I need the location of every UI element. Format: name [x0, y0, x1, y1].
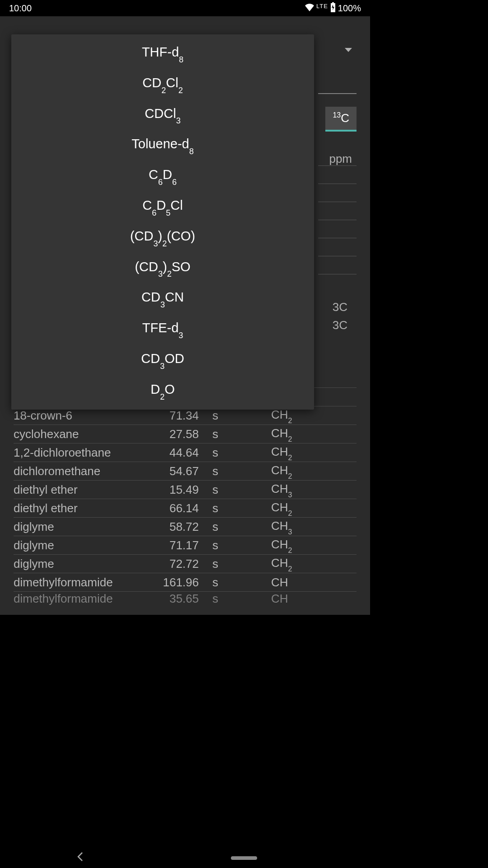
solvent-option[interactable]: Toluene-d8 — [11, 130, 314, 160]
solvent-option[interactable]: C6D5Cl — [11, 191, 314, 222]
table-row[interactable]: dichloromethane54.67sCH2 — [14, 462, 357, 480]
svg-rect-1 — [332, 2, 334, 3]
multiplicity: s — [212, 557, 271, 571]
table-row[interactable]: dimethylformamide161.96sCH — [14, 573, 357, 591]
compound-name: 1,2-dichloroethane — [14, 446, 158, 460]
table-row[interactable]: diglyme71.17sCH2 — [14, 536, 357, 554]
wifi-icon — [305, 3, 314, 14]
multiplicity: s — [212, 483, 271, 497]
group: CH — [271, 576, 357, 590]
bg-row-lines — [318, 165, 357, 292]
divider — [318, 93, 357, 94]
tab-label: C — [341, 111, 349, 125]
compound-name: cyclohexane — [14, 427, 158, 441]
ppm-value: 71.34 — [158, 409, 212, 423]
compound-name: dimethylformamide — [14, 576, 158, 590]
table-row[interactable]: diglyme72.72sCH2 — [14, 554, 357, 573]
multiplicity: s — [212, 538, 271, 552]
multiplicity: s — [212, 520, 271, 534]
group: CH2 — [271, 556, 357, 571]
multiplicity: s — [212, 576, 271, 590]
solvent-dropdown[interactable]: THF-d8CD2Cl2CDCl3Toluene-d8C6D6C6D5Cl(CD… — [11, 34, 314, 410]
chevron-down-icon[interactable] — [345, 48, 352, 52]
solvent-option[interactable]: D2O — [11, 375, 314, 406]
solvent-option[interactable]: (CD3)2(CO) — [11, 222, 314, 253]
solvent-option[interactable]: (CD3)2SO — [11, 253, 314, 283]
status-right: LTE 100% — [305, 2, 361, 14]
bg-fragment-b: 3C — [333, 318, 347, 332]
multiplicity: s — [212, 501, 271, 515]
multiplicity: s — [212, 464, 271, 478]
group: CH2 — [271, 463, 357, 479]
network-label: LTE — [316, 3, 328, 9]
multiplicity: s — [212, 409, 271, 423]
solvent-option[interactable]: THF-d8 — [11, 38, 314, 69]
status-bar: 10:00 LTE 100% — [0, 0, 370, 16]
multiplicity: s — [212, 446, 271, 460]
table-row[interactable]: diethyl ether66.14sCH2 — [14, 499, 357, 517]
group: CH3 — [271, 482, 357, 497]
tab-sup: 13 — [333, 111, 341, 119]
group: CH2 — [271, 500, 357, 516]
ppm-value: 161.96 — [158, 576, 212, 590]
compound-name: diglyme — [14, 557, 158, 571]
ppm-value: 44.64 — [158, 446, 212, 460]
table-row[interactable]: 1,2-dichloroethane44.64sCH2 — [14, 443, 357, 462]
solvent-option[interactable]: CD3CN — [11, 283, 314, 314]
ppm-value: 15.49 — [158, 483, 212, 497]
compound-name: diethyl ether — [14, 483, 158, 497]
column-header-ppm: ppm — [329, 152, 352, 166]
solvent-option[interactable]: CD2Cl2 — [11, 69, 314, 99]
clock: 10:00 — [9, 3, 32, 14]
battery-icon — [330, 2, 336, 14]
table-row[interactable]: cyclohexane27.58sCH2 — [14, 425, 357, 443]
ppm-value: 58.72 — [158, 520, 212, 534]
battery-level: 100% — [338, 3, 361, 14]
solvent-option[interactable]: C6D6 — [11, 160, 314, 191]
ppm-value: 71.17 — [158, 538, 212, 552]
compound-name: diglyme — [14, 520, 158, 534]
table-row[interactable]: dimethylformamide35.65sCH — [14, 591, 357, 605]
ppm-value: 35.65 — [158, 592, 212, 605]
bg-fragment-a: 3C — [333, 300, 347, 314]
group: CH3 — [271, 519, 357, 534]
table-row[interactable]: diglyme58.72sCH3 — [14, 517, 357, 536]
group: CH2 — [271, 538, 357, 553]
group: CH2 — [271, 408, 357, 423]
compound-name: diethyl ether — [14, 501, 158, 515]
solvent-option[interactable]: CDCl3 — [11, 99, 314, 130]
multiplicity: s — [212, 592, 271, 605]
compound-name: dimethylformamide — [14, 592, 158, 605]
compound-name: dichloromethane — [14, 464, 158, 478]
ppm-value: 66.14 — [158, 501, 212, 515]
group: CH2 — [271, 445, 357, 460]
group: CH — [271, 592, 357, 605]
compound-name: 18-crown-6 — [14, 409, 158, 423]
ppm-value: 72.72 — [158, 557, 212, 571]
compound-name: diglyme — [14, 538, 158, 552]
ppm-value: 27.58 — [158, 427, 212, 441]
group: CH2 — [271, 426, 357, 442]
multiplicity: s — [212, 427, 271, 441]
app-content: 13C ppm 3C 3C carbon tetrachloride96.89s… — [0, 16, 370, 615]
ppm-value: 54.67 — [158, 464, 212, 478]
solvent-option[interactable]: CD3OD — [11, 344, 314, 375]
tab-13c[interactable]: 13C — [325, 107, 357, 132]
table-row[interactable]: diethyl ether15.49sCH3 — [14, 480, 357, 499]
solvent-option[interactable]: TFE-d3 — [11, 314, 314, 344]
